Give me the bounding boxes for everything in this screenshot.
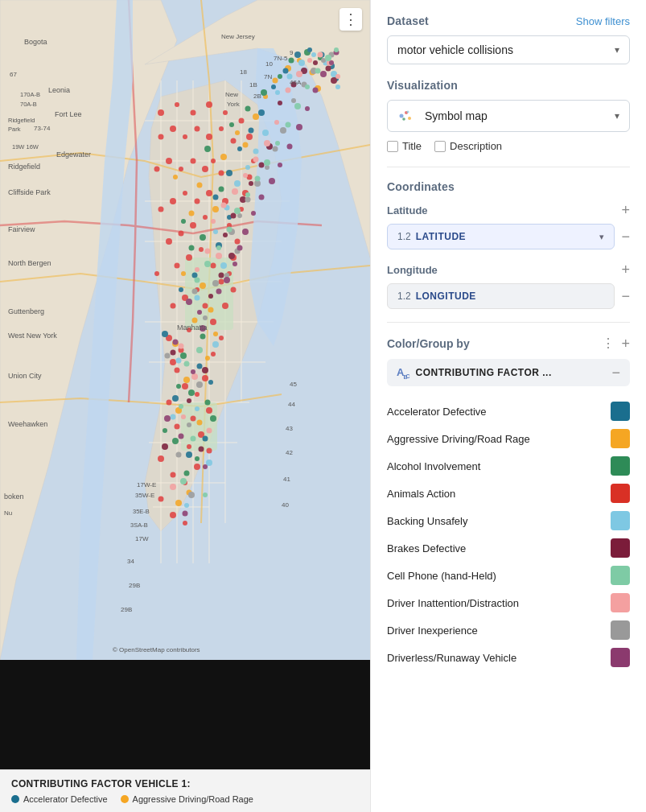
svg-point-34 <box>206 407 212 414</box>
svg-point-183 <box>311 52 316 57</box>
svg-point-155 <box>226 170 232 176</box>
svg-point-62 <box>183 191 187 196</box>
svg-text:17W: 17W <box>135 535 149 542</box>
longitude-label-row: Longitude + <box>387 262 630 277</box>
svg-point-182 <box>298 60 305 66</box>
legend-dot <box>11 795 19 803</box>
longitude-field-num: 1.2 <box>397 291 411 302</box>
svg-point-229 <box>196 381 203 388</box>
color-legend-item: Backing Unsafely <box>387 507 630 534</box>
svg-point-207 <box>179 344 184 349</box>
color-swatch[interactable] <box>611 429 630 448</box>
description-checkbox[interactable] <box>434 141 446 152</box>
color-swatch[interactable] <box>611 538 630 558</box>
svg-point-255 <box>203 464 208 469</box>
longitude-field[interactable]: 1.2 LONGITUDE <box>387 283 615 309</box>
svg-point-145 <box>197 364 203 369</box>
show-filters-button[interactable]: Show filters <box>576 15 630 27</box>
svg-point-210 <box>207 428 212 434</box>
legend-dot <box>121 795 129 803</box>
svg-point-50 <box>190 222 196 229</box>
visualization-label: Visualization <box>387 79 458 92</box>
color-group-field[interactable]: ABC CONTRIBUTING FACTOR ... − <box>387 359 630 386</box>
svg-point-24 <box>175 368 180 373</box>
title-checkbox[interactable] <box>387 141 398 152</box>
svg-point-348 <box>407 111 409 113</box>
latitude-field[interactable]: 1.2 LATITUDE ▾ <box>387 224 615 249</box>
svg-point-95 <box>231 287 237 293</box>
svg-text:Fort Lee: Fort Lee <box>55 110 82 118</box>
legend-item-label: Accelerator Defective <box>23 794 108 804</box>
svg-point-192 <box>208 294 213 299</box>
svg-text:© OpenStreetMap contributors: © OpenStreetMap contributors <box>113 646 200 653</box>
color-legend-item: Driverless/Runaway Vehicle <box>387 644 630 671</box>
longitude-field-row: 1.2 LONGITUDE − <box>387 283 630 309</box>
svg-point-171 <box>184 503 189 508</box>
map-more-button[interactable]: ⋮ <box>339 8 362 31</box>
color-group-more-button[interactable]: ⋮ <box>602 336 615 351</box>
color-legend-item: Driver Inexperience <box>387 616 630 644</box>
svg-point-250 <box>173 340 179 345</box>
svg-point-224 <box>307 58 312 63</box>
svg-point-135 <box>219 187 224 192</box>
visualization-dropdown[interactable]: Symbol map ▾ <box>387 100 630 132</box>
color-group-add-button[interactable]: + <box>621 336 630 351</box>
svg-point-169 <box>171 414 176 420</box>
svg-point-102 <box>213 332 218 336</box>
svg-point-267 <box>278 163 282 167</box>
color-swatch[interactable] <box>611 484 630 503</box>
map-legend-items: Accelerator DefectiveAggressive Driving/… <box>11 794 359 804</box>
svg-point-282 <box>204 261 211 267</box>
svg-point-86 <box>239 118 245 124</box>
svg-point-160 <box>283 68 289 74</box>
color-legend-item: Brakes Defective <box>387 534 630 562</box>
latitude-add-button[interactable]: + <box>621 203 630 217</box>
svg-point-127 <box>210 415 216 422</box>
color-swatch[interactable] <box>611 566 630 585</box>
dataset-dropdown[interactable]: motor vehicle collisions ▾ <box>387 35 630 64</box>
svg-point-71 <box>219 171 224 176</box>
svg-text:Manhatta: Manhatta <box>177 324 208 332</box>
svg-point-55 <box>170 512 176 518</box>
color-group-actions: ⋮ + <box>602 336 630 351</box>
longitude-add-button[interactable]: + <box>621 262 630 277</box>
color-swatch[interactable] <box>611 648 630 667</box>
svg-point-262 <box>237 245 243 251</box>
svg-point-276 <box>196 347 203 353</box>
svg-text:Cliffside Park: Cliffside Park <box>8 188 51 196</box>
svg-text:9: 9 <box>290 49 294 56</box>
svg-point-39 <box>210 319 216 325</box>
svg-point-85 <box>223 110 228 115</box>
svg-point-28 <box>202 375 208 381</box>
color-swatch[interactable] <box>611 593 630 612</box>
svg-point-33 <box>175 424 180 430</box>
color-swatch[interactable] <box>611 402 630 421</box>
svg-point-138 <box>245 106 251 112</box>
svg-point-233 <box>203 315 208 320</box>
legend-item-label: Aggressive Driving/Road Rage <box>133 794 253 804</box>
color-legend-label: Driver Inexperience <box>387 624 611 637</box>
color-swatch[interactable] <box>611 456 630 476</box>
svg-point-115 <box>273 78 278 84</box>
longitude-remove-button[interactable]: − <box>621 289 630 303</box>
svg-point-292 <box>305 84 310 89</box>
color-swatch[interactable] <box>611 511 630 530</box>
coordinates-label: Coordinates <box>387 180 630 193</box>
svg-point-176 <box>234 180 241 187</box>
svg-point-87 <box>246 134 253 140</box>
dataset-dropdown-arrow: ▾ <box>615 44 619 56</box>
svg-point-272 <box>320 71 327 77</box>
svg-point-277 <box>179 404 183 409</box>
svg-point-278 <box>191 436 196 442</box>
color-group-remove-button[interactable]: − <box>611 365 620 380</box>
svg-text:Guttenberg: Guttenberg <box>8 307 44 315</box>
svg-text:Bogota: Bogota <box>24 38 47 46</box>
svg-text:Union City: Union City <box>8 372 42 380</box>
svg-text:Weehawken: Weehawken <box>8 420 47 428</box>
color-group-label: Color/Group by <box>387 337 470 350</box>
svg-point-266 <box>269 178 275 184</box>
color-legend-item: Aggressive Driving/Road Rage <box>387 425 630 452</box>
latitude-remove-button[interactable]: − <box>621 229 630 244</box>
svg-point-66 <box>166 158 172 164</box>
color-swatch[interactable] <box>611 620 630 640</box>
